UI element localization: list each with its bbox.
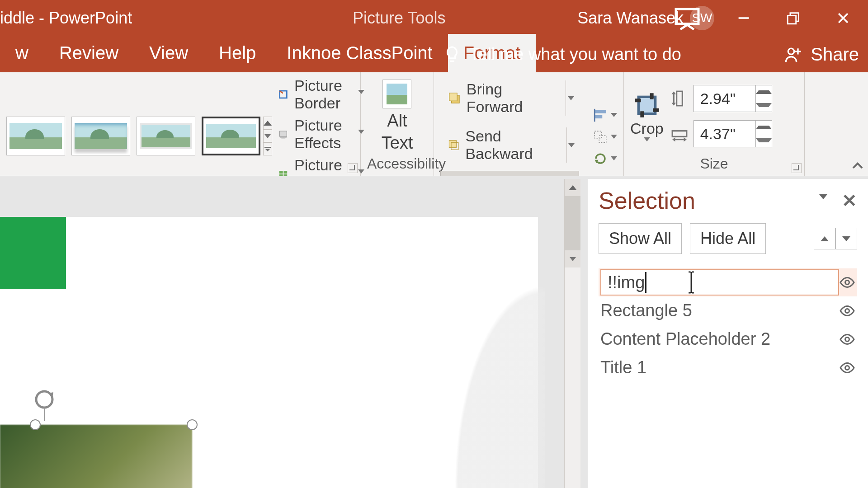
ribbon: Picture Border Picture Effects Picture L…: [0, 72, 868, 176]
selected-picture[interactable]: [0, 390, 192, 488]
picture-effects-label: Picture Effects: [294, 117, 352, 152]
rotate-icon: [593, 151, 608, 166]
spinner-down[interactable]: [756, 134, 772, 147]
alt-text-button[interactable]: Alt Text: [382, 80, 413, 153]
group-label: Size: [630, 155, 798, 174]
pane-title: Selection: [599, 187, 695, 214]
rename-input[interactable]: !!img: [600, 269, 839, 296]
picture-style-3[interactable]: [137, 117, 195, 155]
gallery-scroll: [263, 117, 272, 155]
text-caret: [645, 272, 646, 293]
send-backward-icon: [448, 138, 460, 152]
spinner-up[interactable]: [756, 121, 772, 134]
tab-inknoe-classpoint[interactable]: Inknoe ClassPoint: [271, 34, 448, 72]
picture-border-label: Picture Border: [294, 77, 352, 112]
dropdown-icon[interactable]: [566, 127, 576, 163]
group-objects-button[interactable]: [593, 129, 617, 145]
picture-effects-icon: [278, 126, 288, 142]
pane-options-dropdown[interactable]: [819, 194, 832, 207]
pane-close-button[interactable]: ✕: [842, 190, 857, 211]
send-backward-label: Send Backward: [465, 127, 557, 163]
width-input[interactable]: 4.37": [693, 120, 772, 147]
gallery-scroll-up[interactable]: [263, 117, 272, 130]
svg-point-42: [845, 309, 849, 313]
picture-border-button[interactable]: Picture Border: [278, 77, 364, 112]
reorder-up-button[interactable]: [814, 228, 835, 249]
gallery-more[interactable]: [263, 142, 272, 155]
svg-marker-34: [671, 103, 676, 106]
close-button[interactable]: [818, 0, 868, 36]
selection-item[interactable]: Content Placeholder 2: [599, 325, 857, 353]
picture-content: [0, 425, 192, 488]
rename-value: !!img: [608, 273, 645, 292]
alt-text-label-1: Alt: [387, 111, 407, 131]
resize-handle[interactable]: [187, 419, 198, 430]
crop-button[interactable]: Crop: [630, 91, 664, 141]
minimize-button[interactable]: [719, 0, 769, 36]
visibility-toggle-icon[interactable]: [839, 303, 855, 319]
dropdown-icon: [611, 135, 617, 139]
scroll-thumb[interactable]: [565, 196, 580, 250]
dropdown-icon[interactable]: [566, 80, 576, 116]
crop-icon: [632, 91, 661, 120]
user-name: Sara Wanasek: [577, 9, 684, 28]
reorder-down-button[interactable]: [835, 228, 857, 249]
tab-help[interactable]: Help: [203, 34, 271, 72]
svg-rect-0: [676, 9, 698, 24]
scroll-down[interactable]: [565, 250, 580, 267]
rotate-button[interactable]: [593, 151, 617, 166]
dropdown-icon: [611, 113, 617, 117]
picture-format-buttons: Picture Border Picture Effects Picture L…: [278, 77, 364, 192]
svg-rect-25: [594, 115, 602, 118]
spinner-down[interactable]: [756, 99, 772, 112]
vertical-scrollbar[interactable]: [564, 179, 580, 488]
width-icon: [671, 125, 688, 142]
tell-me-search[interactable]: Tell me what you want to do: [443, 45, 681, 64]
selection-item[interactable]: Title 1: [599, 353, 857, 382]
shape-rectangle[interactable]: [0, 217, 66, 289]
height-input[interactable]: 2.94": [693, 85, 772, 112]
contextual-tab-label: Picture Tools: [353, 9, 445, 28]
size-dialog-launcher[interactable]: [792, 163, 802, 173]
visibility-toggle-icon[interactable]: [839, 360, 855, 376]
rotate-handle-icon[interactable]: [33, 389, 55, 410]
collapse-ribbon-button[interactable]: [851, 160, 864, 173]
item-label: Rectangle 5: [600, 301, 692, 320]
svg-rect-20: [449, 93, 457, 101]
alt-text-label-2: Text: [382, 133, 413, 153]
tab-review[interactable]: Review: [44, 34, 134, 72]
gallery-scroll-down[interactable]: [263, 130, 272, 143]
item-label: Content Placeholder 2: [600, 329, 770, 349]
svg-rect-31: [676, 91, 682, 106]
ribbon-display-options[interactable]: [674, 5, 701, 32]
group-icon: [593, 129, 608, 145]
scroll-up[interactable]: [565, 179, 580, 196]
picture-style-2[interactable]: [71, 117, 130, 155]
spinner-up[interactable]: [756, 85, 772, 99]
align-button[interactable]: [593, 108, 617, 123]
resize-handle[interactable]: [30, 419, 41, 430]
selection-item-editing[interactable]: !!img: [599, 268, 857, 296]
picture-styles-gallery[interactable]: [6, 117, 260, 155]
selection-items: !!img Rectangle 5 Content Placeholder 2 …: [588, 263, 868, 387]
hide-all-button[interactable]: Hide All: [690, 223, 766, 254]
window-controls: [719, 0, 868, 36]
share-button[interactable]: Share: [784, 44, 859, 65]
restore-button[interactable]: [769, 0, 818, 36]
tab-partial[interactable]: w: [0, 34, 44, 72]
picture-styles-dialog-launcher[interactable]: [348, 163, 358, 173]
send-backward-button[interactable]: Send Backward: [440, 124, 584, 166]
visibility-toggle-icon[interactable]: [839, 274, 855, 291]
picture-effects-button[interactable]: Picture Effects: [278, 117, 364, 152]
svg-rect-30: [638, 97, 655, 113]
ribbon-tabs: w Review View Help Inknoe ClassPoint For…: [0, 36, 868, 72]
bring-forward-button[interactable]: Bring Forward: [440, 77, 584, 119]
selection-item[interactable]: Rectangle 5: [599, 296, 857, 325]
visibility-toggle-icon[interactable]: [839, 331, 855, 347]
picture-style-4-selected[interactable]: [202, 117, 260, 155]
tab-view[interactable]: View: [134, 34, 203, 72]
picture-style-1[interactable]: [6, 117, 65, 155]
show-all-button[interactable]: Show All: [599, 223, 682, 254]
align-icon: [593, 108, 608, 123]
rotate-connector: [44, 408, 45, 421]
